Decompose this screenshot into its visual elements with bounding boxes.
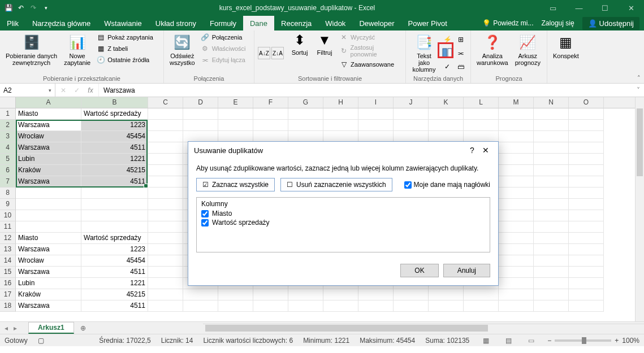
cell[interactable] <box>253 108 288 120</box>
cell[interactable] <box>394 108 429 120</box>
macro-record-icon[interactable]: ▢ <box>38 337 44 345</box>
relationships-icon[interactable]: ⫘ <box>455 47 467 59</box>
cell[interactable] <box>499 199 534 210</box>
col-header-B[interactable]: B <box>81 97 148 108</box>
cell[interactable] <box>534 255 569 267</box>
qat-customize-icon[interactable]: ▾ <box>41 3 51 13</box>
cell[interactable]: 4511 <box>81 300 148 312</box>
cell[interactable]: Kraków <box>16 289 81 300</box>
col-header-F[interactable]: F <box>253 97 288 108</box>
cell[interactable] <box>429 289 464 300</box>
cell[interactable] <box>499 142 534 154</box>
normal-view-icon[interactable]: ▦ <box>479 335 492 346</box>
select-all-corner[interactable] <box>0 97 16 108</box>
cell[interactable]: 1223 <box>81 244 148 255</box>
cell[interactable]: Miasto <box>16 108 81 120</box>
cell[interactable] <box>534 108 569 120</box>
sheet-tab-arkusz1[interactable]: Arkusz1 <box>28 322 74 334</box>
forecast-sheet-button[interactable]: 📈 Arkusz prognozy <box>513 32 543 74</box>
cell[interactable] <box>148 255 183 267</box>
cell[interactable] <box>499 188 534 199</box>
outline-button[interactable]: ▦ Konspekt <box>551 32 581 74</box>
cell[interactable] <box>499 108 534 120</box>
cell[interactable] <box>148 233 183 244</box>
row-header[interactable]: 13 <box>0 244 16 255</box>
cell[interactable]: Warszawa <box>16 120 81 131</box>
cell[interactable] <box>534 221 569 233</box>
column-checkbox-wartosc[interactable]: Wartość sprzedaży <box>201 218 485 227</box>
cell[interactable] <box>218 131 253 142</box>
cell[interactable] <box>323 120 358 131</box>
zoom-out-icon[interactable]: − <box>547 337 551 345</box>
maximize-button[interactable]: ☐ <box>592 0 618 16</box>
cell[interactable] <box>534 267 569 278</box>
cell[interactable] <box>499 131 534 142</box>
cell[interactable] <box>569 255 604 267</box>
filter-button[interactable]: ▼ Filtruj <box>313 32 336 74</box>
cell[interactable] <box>358 131 394 142</box>
cell[interactable] <box>183 289 218 300</box>
col-header-A[interactable]: A <box>16 97 81 108</box>
cell[interactable] <box>534 199 569 210</box>
whatif-analysis-button[interactable]: ❓ Analiza warunkowa <box>474 32 511 74</box>
cell[interactable] <box>569 267 604 278</box>
cell[interactable] <box>534 142 569 154</box>
cell[interactable] <box>148 131 183 142</box>
cell[interactable] <box>499 278 534 289</box>
cell[interactable] <box>358 289 394 300</box>
cell[interactable]: Lubin <box>16 154 81 165</box>
name-box[interactable]: A2▾ <box>0 84 55 97</box>
cell[interactable]: Miasto <box>16 233 81 244</box>
cell[interactable]: Lubin <box>16 278 81 289</box>
cell[interactable] <box>253 131 288 142</box>
cell[interactable] <box>394 120 429 131</box>
cell[interactable] <box>323 108 358 120</box>
row-header[interactable]: 16 <box>0 278 16 289</box>
cell[interactable]: Warszawa <box>16 244 81 255</box>
show-queries-button[interactable]: ▤Pokaż zapytania <box>95 32 154 42</box>
cell[interactable] <box>569 210 604 221</box>
cell[interactable] <box>534 289 569 300</box>
has-headers-checkbox[interactable]: Moje dane mają nagłówki <box>404 181 490 189</box>
data-model-icon[interactable]: 🗃 <box>455 60 467 73</box>
cell[interactable] <box>464 300 499 312</box>
cell[interactable] <box>429 108 464 120</box>
vertical-scrollbar[interactable] <box>635 97 644 321</box>
row-header[interactable]: 7 <box>0 176 16 188</box>
cell[interactable] <box>534 300 569 312</box>
cell[interactable] <box>288 120 323 131</box>
row-header[interactable]: 6 <box>0 165 16 176</box>
cell[interactable] <box>569 120 604 131</box>
redo-icon[interactable]: ↷ <box>28 3 38 13</box>
add-sheet-button[interactable]: ⊕ <box>76 323 90 334</box>
cancel-formula-icon[interactable]: ✕ <box>59 86 68 94</box>
cell[interactable] <box>323 300 358 312</box>
col-header-I[interactable]: I <box>358 97 394 108</box>
sort-asc-icon[interactable]: A↓Z <box>258 47 270 59</box>
cell[interactable] <box>148 188 183 199</box>
col-header-N[interactable]: N <box>534 97 569 108</box>
cell[interactable]: Kraków <box>16 165 81 176</box>
cell[interactable] <box>534 131 569 142</box>
deselect-all-button[interactable]: ☐ Usuń zaznaczenie wszystkich <box>280 178 392 191</box>
cell[interactable] <box>464 120 499 131</box>
cell[interactable]: 1223 <box>81 120 148 131</box>
cell[interactable]: Wartość sprzedaży <box>81 233 148 244</box>
cell[interactable] <box>464 289 499 300</box>
row-header[interactable]: 4 <box>0 142 16 154</box>
cell[interactable] <box>429 300 464 312</box>
cell[interactable] <box>569 289 604 300</box>
cell[interactable] <box>499 244 534 255</box>
cell[interactable] <box>253 300 288 312</box>
cell[interactable] <box>148 199 183 210</box>
connections-button[interactable]: 🔗Połączenia <box>200 32 247 42</box>
zoom-slider[interactable] <box>555 339 611 342</box>
sheet-prev-icon[interactable]: ◂ <box>5 324 8 332</box>
cell[interactable] <box>499 165 534 176</box>
text-to-columns-button[interactable]: 📑 Tekst jako kolumny <box>409 32 439 74</box>
cancel-button[interactable]: Anuluj <box>443 264 490 277</box>
select-all-button[interactable]: ☑ Zaznacz wszystkie <box>196 178 275 191</box>
collapse-ribbon-icon[interactable]: ˄ <box>637 75 641 82</box>
cell[interactable] <box>148 165 183 176</box>
cell[interactable] <box>183 108 218 120</box>
